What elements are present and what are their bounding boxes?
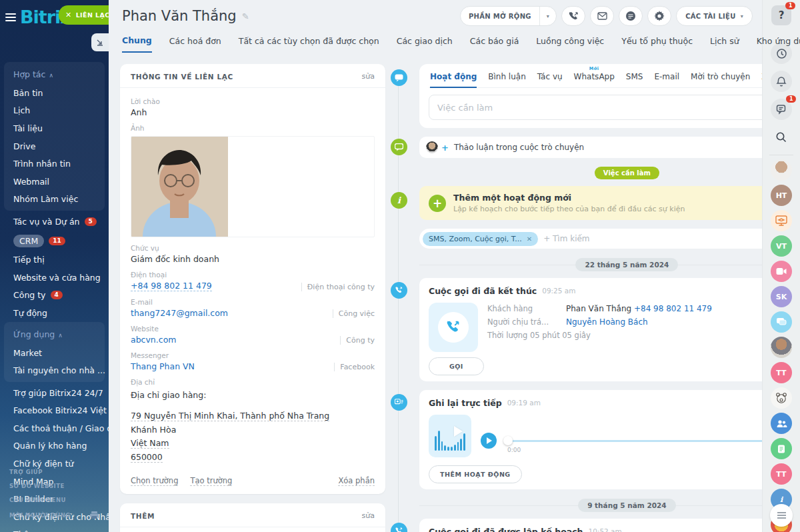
call-button-top[interactable] [561,6,585,26]
sidebar-item-market[interactable]: Market [4,344,105,362]
sidebar-item-tro-giup[interactable]: Trợ giúp Bitrix24 24/7 [4,384,105,402]
play-button[interactable] [481,433,497,449]
phone-value[interactable]: +84 98 802 11 479 [131,281,212,291]
hamburger-menu-icon[interactable] [5,13,16,21]
add-participant-icon[interactable]: + [441,143,449,153]
edit-contact-link[interactable]: sửa [362,72,375,81]
responsible-link[interactable]: Nguyễn Hoàng Bách [566,317,648,327]
chat-app-icon[interactable] [771,311,792,333]
search-icon[interactable] [771,127,792,148]
collapse-sidebar-button[interactable] [91,33,109,51]
footer-item-tro-giup[interactable]: TRỢ GIÚP [9,465,99,479]
sidebar-item-tai-nguyen[interactable]: Tài nguyên cho nhà ... [4,361,105,379]
contact-photo[interactable] [131,136,375,237]
documents-button[interactable]: CÁC TÀI LIỆU ▾ [676,6,753,26]
sidebar-item-facebook[interactable]: Facebook Bitrix24 Việt N... [4,402,105,420]
messenger-value[interactable]: Thang Phan VN [131,361,195,371]
sidebar-item-ban-tin[interactable]: Bản tin [4,84,105,102]
sidebar-item-nhom-lam-viec[interactable]: Nhóm Làm việc [4,191,105,209]
close-icon[interactable]: ✕ [65,11,72,19]
chat-discussion-row[interactable]: + Thảo luận trong cuộc trò chuyện [419,137,762,158]
sidebar-item-tai-lieu[interactable]: Tài liệu [4,119,105,137]
timeline-tab-sms[interactable]: SMS [626,72,643,81]
email-button-top[interactable] [590,6,614,26]
sidebar-item-ung-dung[interactable]: Ứng dụng∧ [4,325,105,344]
extension-button[interactable]: PHẦN MỞ RỘNG ▾ [460,6,557,26]
address-line-1[interactable]: 79 Nguyễn Thị Minh Khai, Thành phố Nha T… [131,411,329,421]
sidebar-item-hop-tac[interactable]: Hợp tác∧ [4,65,105,84]
sidebar-item-thoa-thuan[interactable]: Các thoả thuận / Giao dịch [4,419,105,437]
call-button[interactable]: GỌI [429,357,484,375]
timeline-search-input[interactable] [543,234,762,243]
footer-item-so-do-website[interactable]: SƠ ĐỒ WEBSITE [9,479,99,493]
feed-circle-icon[interactable] [619,6,643,26]
email-value[interactable]: thang7247@gmail.com [131,308,228,318]
timeline-tab-tac-vu[interactable]: Tác vụ [537,72,563,81]
add-activity-title[interactable]: Thêm một hoạt động mới [453,193,685,203]
waveform-play-icon[interactable] [429,415,471,457]
timeline-tab-whatsapp[interactable]: MớiWhatsApp [574,72,615,81]
sidebar-item-cong-ty[interactable]: Công ty4 [4,287,105,305]
todo-input[interactable] [437,103,762,113]
avatar-tt-1[interactable]: TT [771,362,792,383]
sidebar-item-drive[interactable]: Drive [4,137,105,155]
help-button[interactable]: ?1 [771,5,791,25]
sidebar-item-webmail[interactable]: Webmail [4,173,105,191]
delete-section-link[interactable]: Xóa phần [338,476,375,486]
plus-icon[interactable]: + [429,195,446,212]
user-avatar[interactable] [771,159,792,181]
sidebar-item-tu-dong[interactable]: Tự động [4,304,105,322]
customer-phone-link[interactable]: +84 98 802 11 479 [634,304,712,313]
contact-entity-badge[interactable]: ✕ LIÊN LẠC [59,5,109,25]
remove-chip-icon[interactable]: ✕ [527,235,532,243]
tab-chung[interactable]: Chung [122,35,152,53]
tab-yeu-to-phu-thuoc[interactable]: Yếu tố phụ thuộc [621,36,693,52]
add-activity-box[interactable]: + Thêm một hoạt động mới Lập kế hoạch ch… [419,186,762,220]
timeline-tab-hoat-dong[interactable]: Hoạt động [430,72,477,81]
website-value[interactable]: abcvn.com [131,335,176,345]
sidebar-item-website-cua-hang[interactable]: Website và cửa hàng [4,269,105,287]
edit-title-icon[interactable]: ✎ [242,11,249,21]
tab-bao-gia[interactable]: Các báo giá [470,36,519,52]
notifications-bell-icon[interactable] [771,71,792,92]
edit-more-link[interactable]: sửa [362,511,375,520]
sidebar-item-crm[interactable]: CRM11 [4,231,105,251]
address-line-3[interactable]: Việt Nam [131,438,169,449]
tab-giao-dich[interactable]: Các giao dịch [397,36,453,52]
marketing-monitor-icon[interactable] [771,210,792,231]
user-avatar-2[interactable] [771,337,792,358]
printer-icon[interactable] [89,511,99,521]
sidebar-item-tasks[interactable]: Tác vụ và Dự án5 [4,213,105,231]
timeline-tab-zoom[interactable]: Zoom [761,72,762,81]
messenger-icon[interactable]: 1 [771,99,792,120]
settings-gear-icon[interactable] [647,6,671,26]
avatar-sk[interactable]: SK [771,286,792,307]
address-line-4[interactable]: 650000 [131,452,163,463]
footer-item-cau-hinh-menu[interactable]: CẤU HÌNH MENU [9,493,99,507]
sidebar-item-tiep-thi[interactable]: Tiếp thị [4,251,105,269]
create-field-link[interactable]: Tạo trường [190,476,232,486]
timeline-tab-moi-tro-chuyen[interactable]: Mời trò chuyện [691,72,750,81]
avatar-tt-2[interactable]: TT [771,463,792,485]
choose-field-link[interactable]: Chọn trường [131,476,178,486]
footer-item-moi-nguoi-dung[interactable]: MỜI NGƯỜI DÙNG [9,507,99,524]
seek-slider[interactable]: 0:00 5:05 [503,436,762,445]
avatar-vt[interactable]: VT [771,235,792,257]
timeline-tab-binh-luan[interactable]: Bình luận [488,72,526,81]
tab-luong-cong-viec[interactable]: Luồng công việc [536,36,604,52]
sidebar-item-kho-hang[interactable]: Quản lý kho hàng [4,437,105,455]
people-group-icon[interactable] [771,413,792,434]
filter-chip[interactable]: SMS, Zoom, Cuộc gọi, T... ✕ [423,232,538,246]
sidebar-item-lich[interactable]: Lịch [4,102,105,120]
tab-tuy-chon[interactable]: Tất cả các tùy chọn đã được chọn [239,36,379,52]
timeline-tab-email[interactable]: E-mail [654,72,679,81]
rail-menu-button[interactable] [770,504,793,527]
tab-cac-hoa-don[interactable]: Các hoá đơn [169,36,221,52]
bear-sketch-icon[interactable] [771,387,792,409]
chevron-down-icon[interactable]: ▾ [540,7,556,25]
video-call-icon[interactable] [771,261,792,282]
sidebar-item-trinh-nhan-tin[interactable]: Trình nhắn tin [4,155,105,173]
tab-lich-su[interactable]: Lịch sử [710,36,739,52]
add-activity-button[interactable]: THÊM HOẠT ĐỘNG [429,465,522,483]
avatar-ht[interactable]: HT [771,185,792,206]
